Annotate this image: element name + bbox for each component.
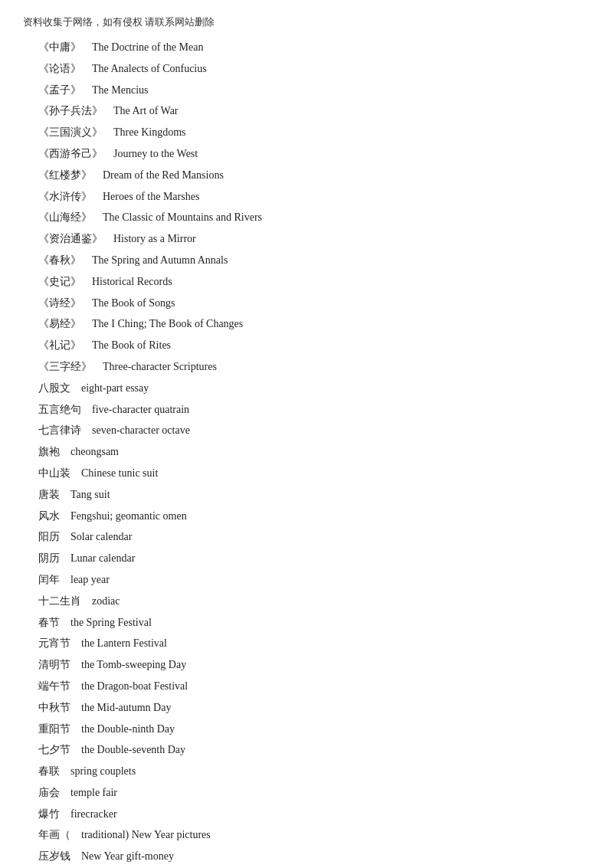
list-item: 《论语》 The Analects of Confucius	[23, 58, 590, 80]
list-item: 春节 the Spring Festival	[23, 612, 590, 634]
list-item: 中秋节 the Mid-autumn Day	[23, 697, 590, 719]
list-item: 《春秋》 The Spring and Autumn Annals	[23, 250, 590, 271]
vocabulary-list: 《中庸》 The Doctrine of the Mean《论语》 The An…	[23, 37, 590, 868]
list-item: 《中庸》 The Doctrine of the Mean	[23, 37, 590, 58]
list-item: 风水 Fengshui; geomantic omen	[23, 506, 590, 527]
list-item: 五言绝句 five-character quatrain	[23, 399, 590, 421]
list-item: 《易经》 The I Ching; The Book of Changes	[23, 313, 590, 335]
list-item: 《三字经》 Three-character Scriptures	[23, 356, 590, 378]
list-item: 《西游爷己》 Journey to the West	[23, 143, 590, 165]
list-item: 《孙子兵法》 The Art of War	[23, 100, 590, 122]
list-item: 庙会 temple fair	[23, 782, 590, 804]
list-item: 阳历 Solar calendar	[23, 526, 590, 548]
list-item: 爆竹 firecracker	[23, 804, 590, 825]
list-item: 《孟子》 The Mencius	[23, 80, 590, 101]
list-item: 端午节 the Dragon-boat Festival	[23, 676, 590, 697]
list-item: 七夕节 the Double-seventh Day	[23, 739, 590, 761]
list-item: 《水浒传》 Heroes of the Marshes	[23, 186, 590, 208]
list-item: 《三国演义》 Three Kingdoms	[23, 122, 590, 143]
list-item: 《诗经》 The Book of Songs	[23, 293, 590, 314]
list-item: 唐装 Tang suit	[23, 484, 590, 506]
list-item: 重阳节 the Double-ninth Day	[23, 719, 590, 740]
list-item: 闰年 leap year	[23, 569, 590, 591]
list-item: 阴历 Lunar calendar	[23, 548, 590, 569]
list-item: 春联 spring couplets	[23, 761, 590, 782]
list-item: 旗袍 cheongsam	[23, 441, 590, 463]
list-item: 中山装 Chinese tunic suit	[23, 463, 590, 484]
list-item: 压岁钱 New Year gift-money	[23, 846, 590, 867]
list-item: 《资治通鉴》 History as a Mirror	[23, 228, 590, 250]
list-item: 元宵节 the Lantern Festival	[23, 633, 590, 654]
list-item: 清明节 the Tomb-sweeping Day	[23, 654, 590, 676]
header-note: 资料收集于网络，如有侵权 请联系网站删除	[23, 15, 590, 29]
list-item: 《山海经》 The Classic of Mountains and River…	[23, 207, 590, 228]
list-item: 年画（ traditional) New Year pictures	[23, 824, 590, 846]
list-item: 十二生肖 zodiac	[23, 591, 590, 612]
list-item: 《红楼梦》 Dream of the Red Mansions	[23, 165, 590, 186]
list-item: 八股文 eight-part essay	[23, 378, 590, 399]
list-item: 《礼记》 The Book of Rites	[23, 335, 590, 356]
list-item: 七言律诗 seven-character octave	[23, 420, 590, 441]
list-item: 《史记》 Historical Records	[23, 271, 590, 293]
